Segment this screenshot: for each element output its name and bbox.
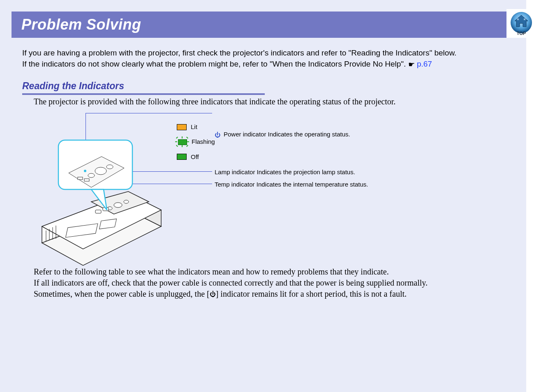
pointer-icon: ☛ <box>408 60 415 70</box>
legend-flashing-label: Flashing <box>192 138 215 146</box>
power-icon: ⏻ <box>215 131 220 139</box>
legend-lit: Lit <box>177 123 215 131</box>
legend: Lit Flashing Off <box>177 123 215 168</box>
top-button[interactable]: TOP <box>509 11 534 36</box>
intro-line-2: If the indicators do not show clearly wh… <box>22 59 510 70</box>
svg-rect-1 <box>517 18 519 20</box>
after-text: Refer to the following table to see what… <box>34 266 510 300</box>
svg-point-15 <box>95 167 106 175</box>
section-underline <box>22 93 265 95</box>
after-line-3: Sometimes, when the power cable is unplu… <box>34 288 510 300</box>
top-label: TOP <box>509 31 534 36</box>
figure: Lit Flashing Off <box>34 113 510 267</box>
top-button-area: TOP <box>506 9 555 38</box>
power-indicator-callout: ⏻ Power indicator Indicates the operatin… <box>215 130 350 138</box>
power-indicator-text: Power indicator Indicates the operating … <box>224 130 350 138</box>
svg-point-16 <box>106 165 113 169</box>
section-intro: The projector is provided with the follo… <box>34 96 510 107</box>
lit-icon <box>177 124 187 130</box>
svg-rect-19 <box>78 177 83 180</box>
title-bar: Problem Solving <box>12 12 526 38</box>
off-icon <box>177 154 187 160</box>
intro-line-1: If you are having a problem with the pro… <box>22 48 510 59</box>
projector-illustration <box>34 120 169 267</box>
manual-page: Problem Solving TOP If you are having <box>0 0 526 392</box>
temp-indicator-callout: Temp indicator Indicates the internal te… <box>215 180 368 189</box>
svg-point-4 <box>124 200 129 203</box>
svg-rect-6 <box>95 210 101 213</box>
section-heading: Reading the Indicators <box>22 81 124 92</box>
svg-rect-20 <box>84 179 89 181</box>
margin-strip <box>526 0 555 392</box>
svg-point-17 <box>88 173 95 178</box>
intro-paragraph: If you are having a problem with the pro… <box>22 48 510 69</box>
flashing-icon <box>177 138 187 145</box>
svg-point-18 <box>84 170 86 172</box>
legend-off-label: Off <box>191 153 199 161</box>
section-body: The projector is provided with the follo… <box>34 96 510 267</box>
after-line-1: Refer to the following table to see what… <box>34 266 510 277</box>
legend-flashing: Flashing <box>177 138 215 146</box>
svg-rect-2 <box>524 18 525 20</box>
lamp-indicator-callout: Lamp indicator Indicates the projection … <box>215 168 355 176</box>
page-ref-link[interactable]: p.67 <box>417 60 432 68</box>
power-icon: ⏻ <box>210 290 216 298</box>
callout-line <box>86 113 212 113</box>
after-line-2: If all indicators are off, check that th… <box>34 277 510 288</box>
svg-point-3 <box>114 203 122 208</box>
legend-lit-label: Lit <box>191 123 197 131</box>
legend-off: Off <box>177 153 215 161</box>
page-title: Problem Solving <box>21 16 141 33</box>
